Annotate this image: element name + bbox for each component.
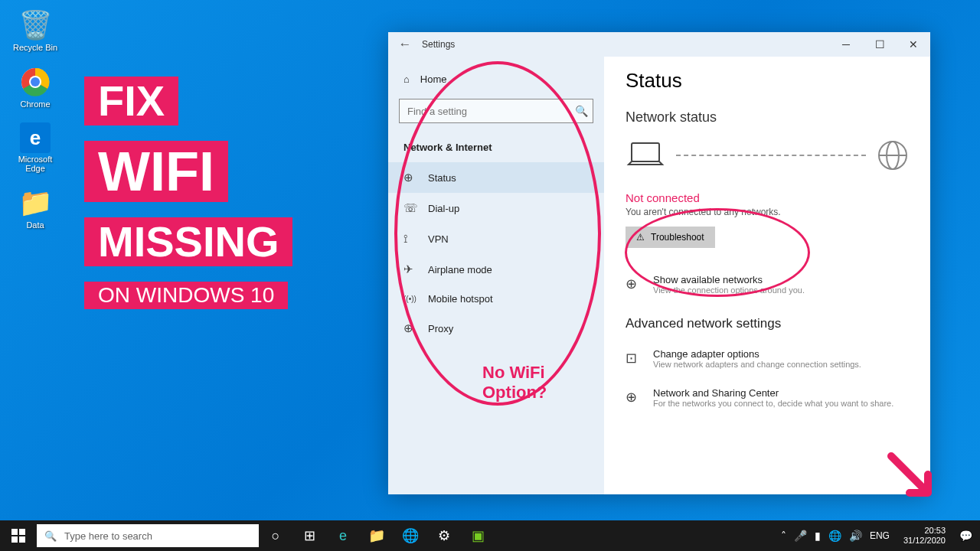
clock[interactable]: 20:5331/12/2020: [897, 526, 952, 546]
date: 31/12/2020: [903, 536, 946, 546]
troubleshoot-button[interactable]: ⚠Troubleshoot: [626, 227, 715, 248]
search-input[interactable]: [400, 106, 570, 117]
battery-icon[interactable]: ▮: [815, 530, 821, 542]
tray-chevron-icon[interactable]: ˄: [781, 530, 786, 542]
thumbnail-text: FIX WIFI MISSING ON WINDOWS 10: [84, 77, 292, 309]
overlay-line-4: ON WINDOWS 10: [84, 282, 288, 309]
start-button[interactable]: [0, 520, 37, 551]
link-title: Show available networks: [653, 274, 805, 285]
globe-icon: ⊕: [626, 276, 642, 292]
link-title: Change adapter options: [653, 348, 861, 360]
settings-taskbar-icon[interactable]: ⚙: [427, 520, 461, 551]
overlay-line-3: MISSING: [84, 217, 292, 266]
maximize-button[interactable]: ☐: [863, 32, 897, 57]
folder-icon: 📁: [19, 187, 51, 219]
nav-label: Proxy: [428, 323, 453, 334]
icon-label: Chrome: [20, 99, 50, 109]
home-icon: ⌂: [403, 73, 410, 85]
desktop-icon-chrome[interactable]: Chrome: [11, 66, 60, 109]
home-link[interactable]: ⌂Home: [388, 67, 604, 91]
airplane-icon: ✈: [403, 262, 417, 276]
overlay-line-1: FIX: [84, 77, 178, 126]
cortana-icon[interactable]: ○: [259, 520, 292, 551]
desktop-icon-recycle-bin[interactable]: 🗑️Recycle Bin: [11, 9, 60, 52]
taskbar-search[interactable]: 🔍Type here to search: [37, 524, 259, 547]
mic-icon[interactable]: 🎤: [794, 530, 807, 542]
minimize-button[interactable]: ─: [829, 32, 863, 57]
icon-label: Recycle Bin: [13, 43, 57, 52]
globe-icon: [877, 139, 909, 171]
recycle-bin-icon: 🗑️: [19, 9, 51, 41]
nav-label: Mobile hotspot: [428, 293, 493, 305]
link-sub: For the networks you connect to, decide …: [653, 399, 893, 408]
nav-label: Dial-up: [428, 203, 459, 214]
camtasia-icon[interactable]: ▣: [461, 520, 495, 551]
svg-rect-4: [632, 143, 659, 161]
dialup-icon: ☏: [403, 201, 417, 215]
show-networks-link[interactable]: ⊕ Show available networksView the connec…: [626, 265, 909, 304]
search-placeholder: Type here to search: [64, 530, 152, 542]
nav-vpn[interactable]: ⟟VPN: [388, 223, 604, 254]
sharing-icon: ⊕: [626, 389, 642, 406]
nav-proxy[interactable]: ⊕Proxy: [388, 313, 604, 344]
vpn-icon: ⟟: [403, 232, 417, 246]
search-box[interactable]: 🔍: [399, 99, 593, 123]
task-view-icon[interactable]: ⊞: [292, 520, 326, 551]
back-button[interactable]: ←: [388, 37, 422, 52]
nav-dialup[interactable]: ☏Dial-up: [388, 193, 604, 223]
not-connected-sub: You aren't connected to any networks.: [626, 207, 909, 217]
titlebar: ← Settings ─ ☐ ✕: [388, 32, 930, 57]
page-subheading: Network status: [626, 109, 909, 126]
settings-window: ← Settings ─ ☐ ✕ ⌂Home 🔍 Network & Inter…: [388, 32, 930, 494]
svg-rect-10: [11, 536, 18, 543]
link-title: Network and Sharing Center: [653, 387, 893, 399]
troubleshoot-label: Troubleshoot: [651, 232, 704, 243]
desktop-icon-data[interactable]: 📁Data: [11, 187, 60, 230]
search-icon: 🔍: [44, 530, 57, 542]
chrome-icon: [19, 66, 51, 98]
advanced-heading: Advanced network settings: [626, 316, 909, 331]
nav-label: VPN: [428, 233, 449, 245]
status-icon: ⊕: [403, 171, 417, 184]
desktop-icon-edge[interactable]: eMicrosoft Edge: [11, 122, 60, 173]
edge-icon: e: [20, 122, 51, 153]
nav-label: Airplane mode: [428, 264, 492, 276]
link-sub: View the connection options around you.: [653, 285, 805, 295]
adapter-options-link[interactable]: ⊡ Change adapter optionsView network ada…: [626, 339, 909, 378]
network-tray-icon[interactable]: 🌐: [828, 530, 841, 542]
overlay-line-2: WIFI: [84, 141, 228, 202]
language-indicator[interactable]: ENG: [870, 530, 890, 541]
svg-rect-9: [19, 529, 25, 535]
notifications-icon[interactable]: 💬: [959, 530, 972, 542]
not-connected-title: Not connected: [626, 191, 909, 204]
warning-icon: ⚠: [636, 232, 645, 243]
adapter-icon: ⊡: [626, 350, 642, 367]
page-heading: Status: [626, 69, 909, 93]
settings-sidebar: ⌂Home 🔍 Network & Internet ⊕Status ☏Dial…: [388, 57, 604, 494]
explorer-icon[interactable]: 📁: [360, 520, 394, 551]
annotation-no-wifi: No WiFiOption?: [482, 363, 547, 403]
close-button[interactable]: ✕: [897, 32, 930, 57]
sharing-center-link[interactable]: ⊕ Network and Sharing CenterFor the netw…: [626, 378, 909, 417]
settings-main: Status Network status Not connected You …: [604, 57, 930, 494]
hotspot-icon: ((•)): [403, 295, 417, 303]
time: 20:53: [903, 526, 946, 536]
chrome-taskbar-icon[interactable]: 🌐: [394, 520, 427, 551]
nav-airplane[interactable]: ✈Airplane mode: [388, 254, 604, 285]
window-title: Settings: [422, 39, 455, 50]
icon-label: Microsoft Edge: [11, 155, 60, 173]
network-diagram: [626, 139, 909, 171]
svg-rect-11: [19, 536, 25, 543]
taskbar: 🔍Type here to search ○ ⊞ e 📁 🌐 ⚙ ▣ ˄ 🎤 ▮…: [0, 520, 980, 551]
nav-hotspot[interactable]: ((•))Mobile hotspot: [388, 285, 604, 313]
laptop-icon: [626, 140, 665, 171]
icon-label: Data: [26, 220, 44, 230]
edge-taskbar-icon[interactable]: e: [326, 520, 360, 551]
svg-point-3: [31, 77, 40, 86]
svg-rect-8: [11, 529, 18, 535]
nav-status[interactable]: ⊕Status: [388, 162, 604, 193]
system-tray: ˄ 🎤 ▮ 🌐 🔊 ENG 20:5331/12/2020 💬: [773, 520, 980, 551]
volume-icon[interactable]: 🔊: [849, 530, 862, 542]
home-label: Home: [420, 73, 447, 85]
windows-icon: [11, 529, 25, 543]
